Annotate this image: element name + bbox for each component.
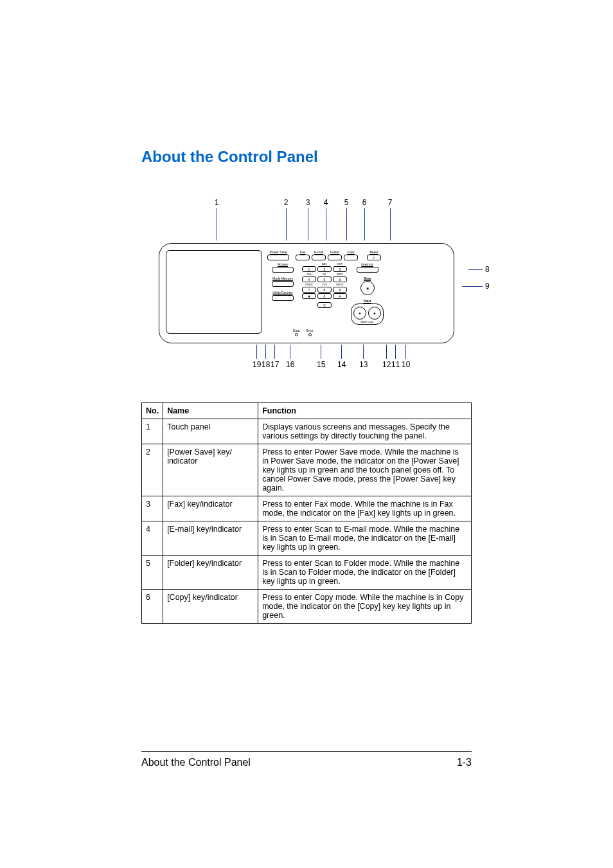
cell-no: 3 (142, 496, 163, 521)
callout-15: 15 (317, 360, 325, 369)
cell-func: Press to enter Copy mode. While the mach… (258, 590, 472, 624)
start-label: Start (364, 299, 371, 303)
cell-name: [Folder] key/indicator (163, 556, 258, 590)
callout-17: 17 (271, 360, 279, 369)
table-row: 2 [Power Save] key/ indicator Press to e… (142, 444, 472, 496)
callout-14: 14 (337, 360, 346, 369)
access-key[interactable] (272, 267, 294, 273)
key-3[interactable]: 3 (333, 266, 347, 272)
callout-5: 5 (344, 198, 349, 207)
email-key[interactable] (312, 255, 326, 260)
data-led (295, 333, 298, 336)
interrupt-key[interactable] (357, 267, 378, 273)
cell-no: 6 (142, 590, 163, 624)
fax-key[interactable] (296, 255, 310, 260)
key-1[interactable]: 1 (302, 266, 316, 272)
folder-key[interactable] (328, 255, 342, 260)
cell-func: Press to enter Power Save mode. While th… (258, 444, 472, 496)
th-no: No. (142, 403, 163, 419)
callout-13: 13 (359, 360, 368, 369)
cell-name: [Fax] key/indicator (163, 496, 258, 521)
fax-label: Fax (300, 250, 305, 254)
callout-6: 6 (362, 198, 367, 207)
access-label: Access (278, 262, 288, 266)
key-8[interactable]: 8 (317, 287, 332, 293)
page-title: About the Control Panel (141, 148, 472, 166)
key-6[interactable]: 6 (333, 276, 347, 282)
key-hash[interactable]: # (333, 293, 347, 299)
mode-memory-key[interactable] (272, 281, 294, 287)
callout-1: 1 (215, 198, 219, 207)
error-label: Error (306, 329, 314, 332)
utility-counter-label: Utility/Counter (272, 291, 292, 294)
callout-3: 3 (306, 198, 310, 207)
bw-color-label: B&W Color (353, 320, 381, 323)
callout-18: 18 (262, 360, 270, 369)
interrupt-label: Interrupt (361, 262, 373, 266)
key-7[interactable]: 7 (302, 287, 316, 293)
cell-name: Touch panel (163, 419, 258, 444)
stop-label: Stop (364, 276, 371, 280)
control-panel-table: No. Name Function 1 Touch panel Displays… (141, 402, 472, 624)
table-row: 1 Touch panel Displays various screens a… (142, 419, 472, 444)
key-0[interactable]: 0 (317, 293, 332, 299)
numeric-keypad: 1 ABC2 DEF3 GHI4 JKL5 MNO6 PQRS7 (302, 262, 347, 325)
cell-no: 2 (142, 444, 163, 496)
mode-memory-label: Mode Memory (272, 276, 293, 280)
footer-left: About the Control Panel (141, 757, 251, 768)
cell-func: Press to enter Scan to Folder mode. Whil… (258, 556, 472, 590)
key-star[interactable]: ✱ (302, 293, 316, 299)
cell-func: Displays various screens and messages. S… (258, 419, 472, 444)
key-c[interactable]: C (317, 302, 332, 308)
footer-right: 1-3 (457, 757, 472, 768)
cell-name: [Copy] key/indicator (163, 590, 258, 624)
callout-4: 4 (324, 198, 328, 207)
callout-11: 11 (391, 360, 400, 369)
key-2[interactable]: 2 (317, 266, 332, 272)
cell-name: [E-mail] key/indicator (163, 521, 258, 556)
email-label: E-mail (314, 250, 323, 254)
table-header-row: No. Name Function (142, 403, 472, 419)
callouts-top: 1 2 3 4 5 6 7 (159, 198, 454, 243)
callout-12: 12 (382, 360, 391, 369)
callouts-bottom: 19 18 17 16 15 14 13 12 11 10 (159, 345, 454, 377)
data-label: Data (293, 329, 300, 332)
copy-label: Copy (347, 250, 355, 254)
cell-func: Press to enter Scan to E-mail mode. Whil… (258, 521, 472, 556)
cell-func: Press to enter Fax mode. While the machi… (258, 496, 472, 521)
table-row: 4 [E-mail] key/indicator Press to enter … (142, 521, 472, 556)
copy-key[interactable] (344, 255, 358, 260)
callout-7: 7 (388, 198, 393, 207)
control-panel: Power Save Fax E-mail Folder Copy Reset … (159, 243, 454, 343)
table-row: 6 [Copy] key/indicator Press to enter Co… (142, 590, 472, 624)
power-save-label: Power Save (270, 250, 287, 254)
start-color-key[interactable]: ◈ (368, 307, 381, 320)
cell-name: [Power Save] key/ indicator (163, 444, 258, 496)
callout-19: 19 (253, 360, 261, 369)
key-9[interactable]: 9 (333, 287, 347, 293)
key-4[interactable]: 4 (302, 276, 316, 282)
th-function: Function (258, 403, 472, 419)
table-row: 5 [Folder] key/indicator Press to enter … (142, 556, 472, 590)
cell-no: 4 (142, 521, 163, 556)
start-bw-key[interactable]: ◈ (353, 307, 366, 320)
utility-counter-key[interactable] (272, 295, 294, 301)
reset-label: Reset (369, 250, 378, 254)
cell-no: 1 (142, 419, 163, 444)
touch-panel[interactable] (166, 250, 262, 334)
cell-no: 5 (142, 556, 163, 590)
table-row: 3 [Fax] key/indicator Press to enter Fax… (142, 496, 472, 521)
callout-2: 2 (284, 198, 289, 207)
stop-key[interactable]: ◉ (360, 281, 375, 295)
page-footer: About the Control Panel 1-3 (141, 751, 472, 768)
power-save-key[interactable] (267, 255, 289, 260)
th-name: Name (163, 403, 258, 419)
callout-9: 9 (485, 282, 490, 291)
callout-10: 10 (402, 360, 410, 369)
folder-label: Folder (330, 250, 339, 254)
callout-16: 16 (286, 360, 294, 369)
control-panel-diagram: 1 2 3 4 5 6 7 8 9 (159, 198, 454, 377)
key-5[interactable]: 5 (317, 276, 332, 282)
error-led (308, 333, 312, 336)
reset-key[interactable]: ⁄⁄ (367, 255, 381, 260)
